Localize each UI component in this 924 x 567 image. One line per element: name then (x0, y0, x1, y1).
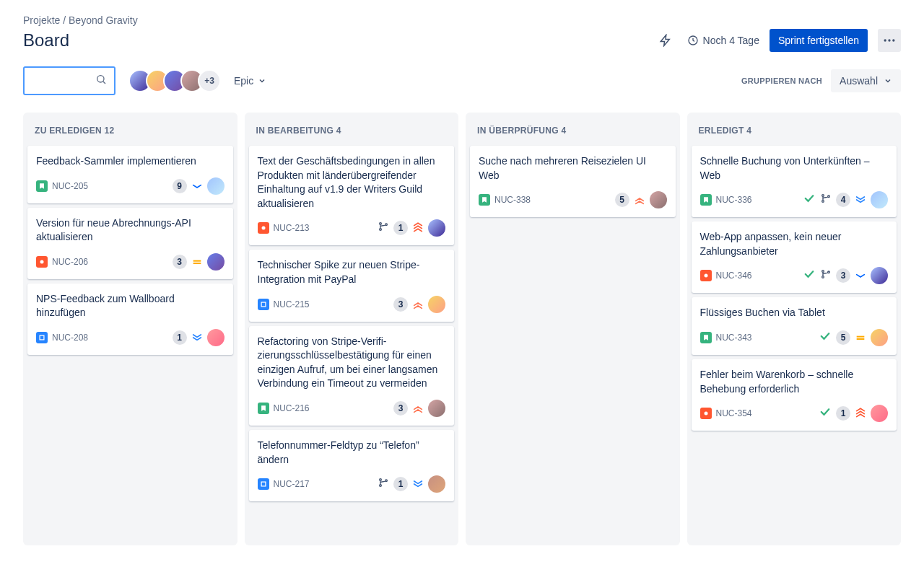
card-key[interactable]: NUC-206 (36, 256, 88, 268)
card-title: Web-App anpassen, kein neuer Zahlungsanb… (700, 230, 889, 258)
done-check-icon (803, 192, 816, 208)
card-key[interactable]: NUC-205 (36, 180, 88, 192)
assignee-avatar[interactable] (207, 253, 225, 271)
story-icon (36, 180, 48, 192)
column-header: ZU ERLEDIGEN 12 (27, 118, 233, 146)
svg-point-14 (380, 485, 382, 487)
search-box[interactable] (23, 66, 116, 95)
bug-icon (700, 408, 712, 419)
story-icon (258, 403, 269, 414)
svg-rect-6 (40, 335, 44, 340)
breadcrumb-project[interactable]: Beyond Gravity (69, 14, 138, 26)
card-key[interactable]: NUC-213 (258, 222, 310, 234)
card-key[interactable]: NUC-215 (258, 299, 310, 310)
card[interactable]: Version für neue Abrechnungs-API aktuali… (27, 208, 233, 279)
card[interactable]: Web-App anpassen, kein neuer Zahlungsanb… (692, 221, 897, 293)
estimate-badge: 1 (836, 406, 850, 421)
complete-sprint-button[interactable]: Sprint fertigstellen (770, 29, 868, 52)
assignee-avatar[interactable] (207, 177, 225, 195)
estimate-badge: 3 (173, 255, 187, 269)
priority-medium-icon (855, 332, 866, 343)
card-title: Refactoring von Stripe-Verifi­zierungssc… (258, 335, 446, 391)
card-footer: NUC-2059 (36, 177, 225, 195)
priority-high-icon (412, 299, 424, 310)
avatar-more[interactable]: +3 (198, 69, 221, 92)
card-footer: NUC-2081 (36, 329, 225, 346)
assignee-avatar[interactable] (428, 296, 445, 313)
assignee-avatar[interactable] (428, 400, 445, 417)
header-actions: Noch 4 Tage Sprint fertigstellen (654, 29, 901, 52)
card-meta: 4 (803, 191, 888, 208)
svg-point-22 (828, 271, 830, 273)
automation-icon[interactable] (654, 29, 677, 52)
card-key[interactable]: NUC-217 (258, 478, 310, 490)
estimate-badge: 9 (173, 179, 187, 193)
page-title: Board (23, 30, 69, 50)
card-meta: 3 (393, 296, 445, 313)
svg-point-19 (704, 274, 707, 278)
svg-point-21 (822, 276, 824, 278)
assignee-avatar[interactable] (650, 191, 667, 208)
card-key[interactable]: NUC-336 (700, 194, 752, 206)
epic-filter[interactable]: Epic (234, 75, 266, 87)
assignee-avatar[interactable] (428, 219, 445, 237)
card-key[interactable]: NUC-208 (36, 332, 88, 343)
svg-point-15 (385, 480, 388, 482)
card-key[interactable]: NUC-338 (479, 194, 531, 206)
card-footer: NUC-3435 (700, 329, 889, 346)
priority-lowest-icon (412, 478, 424, 490)
card[interactable]: Suche nach mehreren Reisezielen UI WebNU… (470, 146, 676, 217)
card[interactable]: Refactoring von Stripe-Verifi­zierungssc… (249, 326, 455, 426)
svg-point-17 (822, 201, 824, 203)
card-footer: NUC-3463 (700, 267, 889, 284)
svg-point-10 (385, 224, 388, 226)
estimate-badge: 1 (173, 330, 187, 345)
svg-point-23 (704, 412, 707, 416)
card-footer: NUC-3385 (479, 191, 667, 208)
breadcrumb-sep: / (63, 14, 66, 26)
done-check-icon (819, 405, 832, 421)
card-meta: 1 (173, 329, 225, 346)
card[interactable]: Fehler beim Warenkorb – schnelle Behebun… (692, 359, 897, 431)
assignee-avatar[interactable] (871, 405, 888, 422)
card-title: Technischer Spike zur neuen Stripe-Integ… (258, 258, 446, 286)
card[interactable]: Telefonnummer-Feldtyp zu “Telefon” änder… (249, 430, 455, 501)
priority-low-icon (191, 180, 203, 192)
toolbar-left: +3 Epic (23, 66, 266, 95)
more-actions-button[interactable] (878, 29, 901, 52)
group-by-select[interactable]: Auswahl (831, 69, 901, 92)
card-meta: 1 (378, 219, 445, 237)
card-key[interactable]: NUC-216 (258, 403, 310, 414)
card[interactable]: NPS-Feedback zum Wallboard hinzufügenNUC… (27, 284, 233, 355)
card[interactable]: Technischer Spike zur neuen Stripe-Integ… (249, 250, 455, 321)
breadcrumb-root[interactable]: Projekte (23, 14, 60, 26)
card[interactable]: Flüssiges Buchen via TabletNUC-3435 (692, 297, 897, 355)
assignee-avatar[interactable] (428, 475, 445, 493)
estimate-badge: 3 (836, 268, 850, 283)
card-footer: NUC-2131 (258, 219, 446, 237)
card[interactable]: Schnelle Buchung von Unterkünften – WebN… (692, 146, 897, 217)
card-key[interactable]: NUC-343 (700, 332, 752, 343)
estimate-badge: 4 (836, 193, 850, 207)
card-title: Text der Geschäftsbedingungen in allen P… (258, 154, 446, 211)
branch-icon (820, 193, 832, 207)
assignee-avatar[interactable] (871, 267, 888, 284)
page-header: Board Noch 4 Tage Sprint fertigstellen (23, 29, 901, 52)
column: IN BEARBEITUNG 4Text der Geschäftsbeding… (245, 113, 459, 545)
card-key[interactable]: NUC-346 (700, 270, 752, 281)
chevron-down-icon (258, 76, 266, 85)
svg-point-3 (892, 39, 894, 41)
assignee-avatar[interactable] (871, 329, 888, 346)
assignee-avatar[interactable] (871, 191, 888, 208)
priority-lowest-icon (191, 332, 203, 343)
priority-medium-icon (191, 256, 203, 268)
column: ZU ERLEDIGEN 12Feedback-Sammler implemen… (23, 113, 237, 545)
card[interactable]: Text der Geschäftsbedingungen in allen P… (249, 146, 455, 245)
card[interactable]: Feedback-Sammler implementierenNUC-2059 (27, 146, 233, 203)
story-icon (479, 194, 490, 206)
card-title: Suche nach mehreren Reisezielen UI Web (479, 154, 667, 183)
card-key[interactable]: NUC-354 (700, 408, 752, 419)
assignee-avatar[interactable] (207, 329, 225, 346)
svg-point-8 (380, 223, 382, 225)
card-title: Feedback-Sammler implementieren (36, 154, 225, 169)
